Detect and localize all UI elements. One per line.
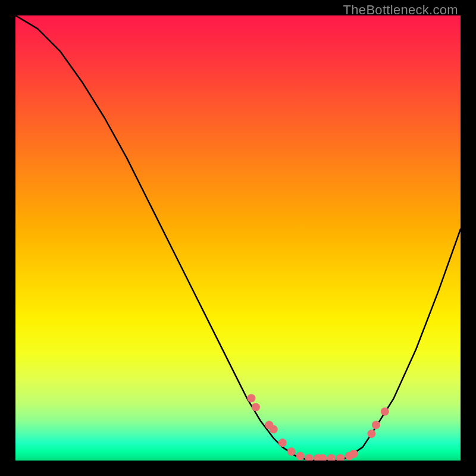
bottleneck-curve — [15, 15, 461, 461]
svg-point-5 — [287, 447, 296, 456]
svg-point-3 — [270, 425, 278, 434]
svg-point-1 — [252, 403, 260, 411]
svg-point-7 — [305, 454, 314, 461]
svg-point-10 — [327, 454, 336, 461]
svg-point-15 — [372, 421, 380, 429]
svg-point-16 — [381, 408, 389, 416]
scatter-dots — [247, 394, 389, 461]
curve-overlay — [15, 15, 461, 461]
bottleneck-chart — [15, 15, 461, 461]
svg-point-11 — [336, 454, 345, 461]
svg-point-14 — [367, 430, 375, 438]
svg-point-13 — [350, 450, 358, 458]
svg-point-6 — [296, 452, 305, 461]
svg-point-0 — [247, 394, 255, 402]
watermark-text: TheBottleneck.com — [343, 2, 458, 18]
svg-point-4 — [278, 439, 287, 447]
